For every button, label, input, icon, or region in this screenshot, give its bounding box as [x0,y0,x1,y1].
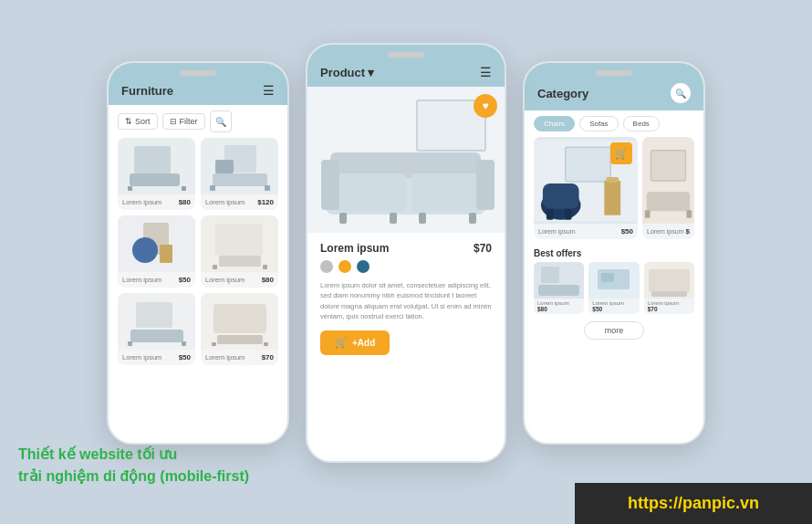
cart-badge-icon: 🛒 [615,148,628,160]
offer-info-2: Lorem ipsum $50 [588,299,639,314]
list-item[interactable]: Lorem ipsum $70 [201,293,278,365]
add-to-cart-badge[interactable]: 🛒 [610,142,632,164]
list-item[interactable]: Lorem ipsum $50 [118,293,195,365]
svg-rect-23 [264,342,268,346]
phone1-grid: Lorem ipsum $80 [109,138,287,374]
svg-rect-40 [547,208,554,219]
featured-thumb-image [642,137,694,224]
svg-rect-14 [213,265,217,269]
product-label-4: Lorem ipsum [205,276,245,284]
featured-thumb-info: Lorem ipsum $ [642,224,694,239]
product-info-3: Lorem ipsum $50 [118,272,195,288]
featured-main-info: Lorem ipsum $50 [534,224,638,239]
svg-rect-29 [411,173,481,212]
featured-main-label: Lorem ipsum [538,228,575,235]
svg-rect-42 [604,181,620,215]
phone-category: Category 🔍 Chairs Sofas Beds [523,61,705,445]
offer-image-2 [588,262,639,299]
product-image-5 [118,293,195,350]
svg-rect-43 [606,177,619,183]
svg-point-10 [132,237,158,263]
tab-sofas[interactable]: Sofas [579,116,618,131]
featured-thumb-label: Lorem ipsum [647,228,683,235]
featured-thumb-item[interactable]: Lorem ipsum $ [642,137,694,239]
phone3-title: Category [537,87,588,100]
search-icon-1: 🔍 [215,117,226,127]
product-price-3: $50 [179,276,191,284]
more-button[interactable]: more [584,321,645,340]
list-item[interactable]: Lorem ipsum $50 [588,262,639,314]
phones-container: Furniture ☰ ⇅ Sort ⊟ Filter 🔍 [107,43,705,463]
offer-image-1 [534,262,584,299]
offer-price-2: $50 [592,306,635,312]
svg-rect-28 [335,173,406,212]
add-to-cart-button[interactable]: 🛒 +Add [320,330,390,355]
featured-thumb-price: $ [686,227,690,236]
offer-info-1: Lorem ipsum $80 [534,299,584,314]
svg-rect-11 [160,245,172,263]
best-offers-title: Best offers [525,245,703,262]
color-options [320,260,492,273]
offer-info-3: Lorem ipsum $70 [644,299,694,314]
list-item[interactable]: Lorem ipsum $80 [534,262,584,314]
tab-chairs[interactable]: Chairs [534,116,575,131]
product-price-4: $80 [262,276,274,284]
product-image-2 [201,138,278,194]
product-label-2: Lorem ipsum [205,198,245,206]
phone1-menu-icon[interactable]: ☰ [263,83,275,98]
svg-rect-57 [651,291,687,297]
offer-price-1: $80 [537,306,580,312]
list-item[interactable]: Lorem ipsum $80 [201,215,278,288]
color-option-gray[interactable] [320,260,333,273]
phone-notch-3 [596,70,632,76]
svg-rect-33 [390,213,397,224]
product-label-1: Lorem ipsum [122,198,161,206]
featured-main-item[interactable]: 🛒 Lorem ipsum $50 [534,137,638,239]
product-image-6 [201,293,278,350]
svg-rect-37 [566,147,611,182]
svg-rect-22 [212,342,216,346]
category-tabs: Chairs Sofas Beds [525,110,703,137]
svg-rect-32 [339,213,347,224]
product-price-1: $80 [179,198,191,206]
phone-product: Product ▾ ☰ [306,43,506,463]
bottom-left-text: Thiết kế website tối ưu trải nghiệm di đ… [18,444,249,487]
tab-beds[interactable]: Beds [623,116,660,131]
product-info-6: Lorem ipsum $70 [201,350,278,365]
product-title-row: Lorem ipsum $70 [320,242,492,255]
svg-rect-19 [182,341,186,346]
color-option-blue[interactable] [357,260,370,273]
phone-furniture: Furniture ☰ ⇅ Sort ⊟ Filter 🔍 [107,61,289,445]
filter-icon: ⊟ [170,117,177,126]
featured-main-price: $50 [621,227,633,236]
filter-button[interactable]: ⊟ Filter [162,113,205,130]
product-label-6: Lorem ipsum [205,353,245,362]
search-button-3[interactable]: 🔍 [671,83,691,103]
svg-rect-46 [647,192,691,211]
svg-rect-48 [686,210,692,218]
product-label-3: Lorem ipsum [122,276,161,284]
phone2-menu-icon[interactable]: ☰ [480,65,492,79]
svg-rect-56 [649,269,690,292]
svg-rect-21 [217,335,263,344]
svg-rect-12 [215,224,263,256]
featured-section: 🛒 Lorem ipsum $50 [525,137,703,239]
svg-rect-30 [321,160,339,210]
search-button-1[interactable]: 🔍 [210,110,232,132]
list-item[interactable]: Lorem ipsum $70 [644,262,694,314]
website-url-badge[interactable]: https://panpic.vn [575,483,812,524]
svg-rect-1 [130,173,180,186]
list-item[interactable]: Lorem ipsum $50 [118,215,195,288]
featured-row: 🛒 Lorem ipsum $50 [534,137,694,239]
color-option-yellow[interactable] [338,260,351,273]
svg-rect-5 [213,173,267,186]
phone2-title: Product ▾ [320,66,374,79]
favorite-button[interactable]: ♥ [474,94,497,118]
svg-rect-7 [265,185,270,191]
sort-button[interactable]: ⇅ Sort [118,113,158,130]
chevron-down-icon: ▾ [368,66,374,79]
phone1-toolbar: ⇅ Sort ⊟ Filter 🔍 [109,105,287,138]
product-info-1: Lorem ipsum $80 [118,194,195,210]
list-item[interactable]: Lorem ipsum $120 [201,138,278,210]
list-item[interactable]: Lorem ipsum $80 [118,138,195,210]
